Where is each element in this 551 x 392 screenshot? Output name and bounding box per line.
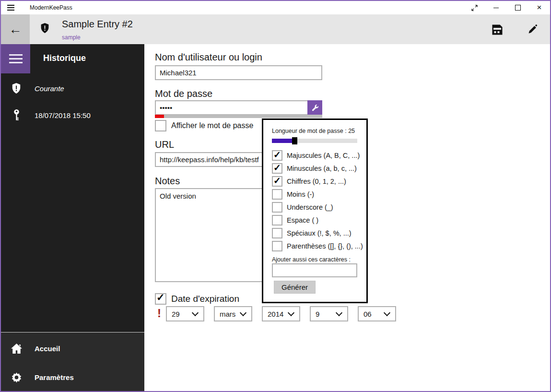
generate-button[interactable]: Générer [274, 281, 316, 294]
option-checkbox[interactable] [272, 202, 282, 213]
fullscreen-button[interactable] [464, 1, 485, 14]
expired-warning-icon: ! [157, 307, 161, 320]
gear-icon [10, 372, 23, 383]
wrench-icon [311, 104, 319, 112]
option-checkbox[interactable] [272, 163, 282, 174]
edit-button[interactable] [527, 24, 539, 36]
dropdown-value: 9 [316, 310, 337, 318]
option-label: Espace ( ) [287, 216, 318, 224]
chevron-down-icon [384, 309, 390, 316]
option-checkbox[interactable] [272, 228, 282, 238]
generator-option-minus: Moins (-) [272, 188, 363, 201]
date-month-dropdown[interactable]: mars [214, 306, 252, 321]
sidebar-item-label: Courante [35, 84, 64, 93]
sidebar-footer: Accueil Paramètres [1, 332, 144, 391]
show-password-row: Afficher le mot de passe [155, 120, 253, 131]
time-hour-dropdown[interactable]: 9 [310, 306, 348, 321]
password-generator-popup: Longueur de mot de passe : 25 Majuscules… [262, 119, 368, 303]
app-window: ModernKeePass × ← Sample Entry #2 sample… [0, 0, 551, 392]
password-strength-fill [155, 115, 164, 118]
sidebar-heading: Historique [43, 53, 86, 63]
back-button[interactable]: ← [1, 14, 30, 44]
dropdown-value: 29 [172, 310, 193, 318]
dropdown-value: 2014 [268, 310, 289, 318]
option-label: Majuscules (A, B, C, ...) [287, 152, 360, 159]
custom-chars-label: Ajouter aussi ces caractères : [272, 256, 351, 263]
entry-title: Sample Entry #2 [62, 19, 133, 30]
slider-fill [272, 139, 292, 143]
chevron-down-icon [288, 309, 294, 316]
option-label: Moins (-) [287, 190, 314, 198]
close-button[interactable]: × [528, 1, 550, 14]
password-length-slider[interactable] [272, 139, 357, 143]
chevron-down-icon [192, 309, 199, 316]
option-checkbox[interactable] [272, 241, 282, 251]
expiration-row: Date d'expiration [155, 293, 239, 305]
slider-thumb[interactable] [292, 137, 297, 144]
option-checkbox[interactable] [272, 176, 282, 187]
shield-icon [40, 23, 50, 36]
generator-option-lowercase: Minuscules (a, b, c, ...) [272, 162, 363, 175]
sidebar-item-settings[interactable]: Paramètres [1, 367, 144, 387]
generator-option-underscore: Underscore (_) [272, 201, 363, 214]
expiration-checkbox[interactable] [155, 293, 166, 305]
key-icon [10, 109, 23, 121]
sidebar-item-label: 18/07/2018 15:50 [35, 111, 91, 119]
date-day-dropdown[interactable]: 29 [166, 306, 204, 321]
show-password-checkbox[interactable] [155, 120, 166, 131]
shield-icon [10, 83, 23, 94]
date-year-dropdown[interactable]: 2014 [262, 306, 300, 321]
chevron-down-icon [240, 309, 246, 316]
username-input[interactable] [155, 65, 322, 80]
generator-option-space: Espace ( ) [272, 214, 363, 226]
option-label: Parenthèses ([], {}, (), ...) [287, 242, 363, 250]
sidebar-item-current[interactable]: Courante [1, 78, 144, 99]
sidebar-item-label: Accueil [35, 344, 60, 353]
password-label: Mot de passe [155, 88, 212, 99]
password-strength-bar [155, 115, 322, 118]
save-button[interactable] [491, 24, 503, 36]
sidebar-item-history-entry[interactable]: 18/07/2018 15:50 [1, 105, 144, 126]
chevron-down-icon [336, 309, 342, 316]
custom-chars-input[interactable] [272, 263, 357, 277]
maximize-icon [515, 5, 521, 11]
window-controls: × [464, 1, 550, 14]
option-label: Underscore (_) [287, 203, 333, 211]
dropdown-value: 06 [363, 310, 385, 318]
url-label: URL [155, 139, 174, 150]
hamburger-menu-icon[interactable] [1, 1, 22, 14]
option-label: Minuscules (a, b, c, ...) [287, 165, 357, 172]
dropdown-value: mars [220, 310, 241, 318]
option-checkbox[interactable] [272, 215, 282, 226]
time-minute-dropdown[interactable]: 06 [358, 306, 396, 321]
save-icon [491, 24, 503, 35]
show-password-label: Afficher le mot de passe [171, 121, 253, 130]
generator-option-digits: Chiffres (0, 1, 2, ...) [272, 175, 363, 188]
option-label: Spéciaux (!, $, %, ...) [287, 229, 352, 237]
fullscreen-icon [471, 4, 478, 12]
notes-label: Notes [155, 176, 180, 187]
expiration-label: Date d'expiration [171, 294, 239, 304]
pencil-icon [527, 24, 539, 35]
sidebar: Historique Courante 18/07/2018 15:50 Acc… [1, 44, 144, 391]
generator-option-uppercase: Majuscules (A, B, C, ...) [272, 149, 363, 162]
app-header: ← Sample Entry #2 sample [1, 14, 550, 44]
sidebar-item-home[interactable]: Accueil [1, 338, 144, 358]
app-title: ModernKeePass [30, 4, 72, 11]
option-checkbox[interactable] [272, 189, 282, 200]
titlebar: ModernKeePass × [1, 1, 550, 14]
username-label: Nom d'utilisateur ou login [155, 52, 262, 63]
group-link[interactable]: sample [62, 34, 81, 41]
option-checkbox[interactable] [272, 150, 282, 161]
sidebar-hamburger-button[interactable] [1, 44, 30, 73]
password-input[interactable] [155, 100, 308, 115]
sidebar-item-label: Paramètres [35, 373, 74, 381]
minimize-icon [493, 8, 499, 8]
minimize-button[interactable] [485, 1, 507, 14]
option-label: Chiffres (0, 1, 2, ...) [287, 178, 346, 185]
generator-options: Majuscules (A, B, C, ...) Minuscules (a,… [272, 149, 363, 252]
maximize-button[interactable] [507, 1, 528, 14]
generator-option-brackets: Parenthèses ([], {}, (), ...) [272, 239, 363, 252]
password-generator-button[interactable] [307, 100, 322, 115]
home-icon [10, 343, 23, 354]
